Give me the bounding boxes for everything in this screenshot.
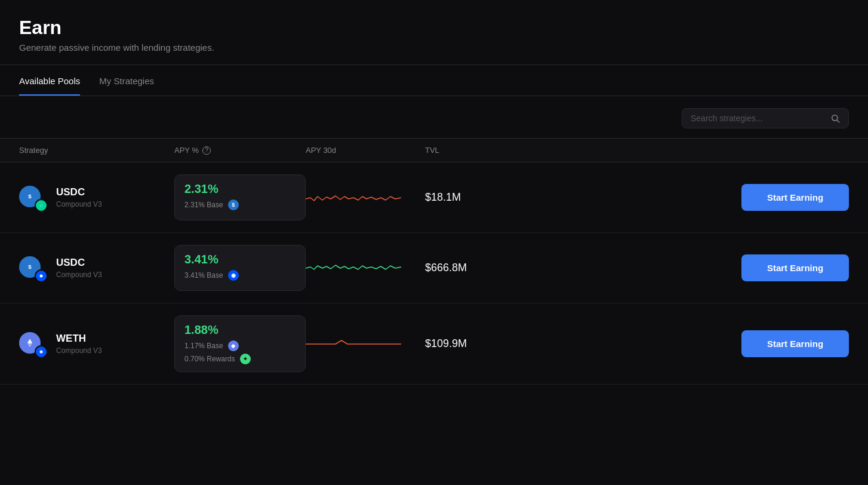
sparkline-cell-3 (306, 332, 425, 356)
strategy-info-2: USDC Compound V3 (56, 257, 102, 279)
apy-base-row-2: 3.41% Base ◉ (184, 270, 296, 281)
strategy-cell-3: WETH Compound V3 (19, 330, 174, 358)
token-icon-weth (19, 330, 48, 358)
base-icon-weth (38, 348, 45, 355)
eth-mini-icon: ◆ (228, 340, 239, 351)
col-apy: APY % ? (174, 146, 306, 155)
start-earning-button-2[interactable]: Start Earning (741, 254, 849, 281)
usdc-mini-icon-2: ◉ (228, 270, 239, 281)
token-icon-usdc-base: $ (19, 254, 48, 283)
base-icon (38, 272, 45, 280)
tvl-cell-2: $666.8M (425, 262, 544, 274)
col-strategy: Strategy (19, 146, 174, 155)
page-title: Earn (19, 17, 849, 39)
table-header: Strategy APY % ? APY 30d TVL (0, 138, 868, 162)
col-tvl: TVL (425, 146, 544, 155)
strategy-cell-2: $ USDC Compound V3 (19, 254, 174, 283)
svg-line-1 (837, 120, 839, 122)
svg-text:⬡: ⬡ (40, 204, 42, 207)
strategy-cell: $ ⬡ USDC Compound V3 (19, 183, 174, 212)
weth-logo (23, 336, 36, 349)
search-icon (830, 113, 840, 123)
sparkline-3 (306, 332, 401, 356)
table-row: $ USDC Compound V3 3.41% 3.41% Base ◉ (0, 233, 868, 303)
tab-my-strategies[interactable]: My Strategies (99, 65, 154, 96)
tvl-cell-3: $109.9M (425, 337, 544, 350)
compound-icon: ⬡ (38, 202, 45, 209)
start-earning-button-1[interactable]: Start Earning (741, 184, 849, 211)
strategy-info-3: WETH Compound V3 (56, 333, 102, 355)
apy-base-row: 2.31% Base $ (184, 199, 296, 210)
svg-point-14 (40, 350, 43, 353)
sparkline-2 (306, 256, 401, 280)
apy-cell-2: 3.41% 3.41% Base ◉ (174, 245, 306, 291)
sparkline-1 (306, 186, 401, 210)
action-cell-3: Start Earning (544, 330, 849, 357)
usdc-mini-icon: $ (228, 199, 239, 210)
usdc-logo-2: $ (23, 260, 36, 274)
search-input[interactable] (691, 113, 826, 123)
search-bar-row (0, 96, 868, 138)
compound-badge: ⬡ (35, 199, 48, 212)
apy-rewards-row: 0.70% Rewards ✦ (184, 354, 296, 364)
sparkline-cell-2 (306, 256, 425, 280)
apy-cell-1: 2.31% 2.31% Base $ (174, 174, 306, 220)
svg-text:$: $ (28, 193, 32, 199)
action-cell-1: Start Earning (544, 184, 849, 211)
svg-text:$: $ (28, 263, 32, 270)
weth-base-badge (35, 345, 48, 358)
reward-badge: ✦ (240, 354, 251, 364)
tvl-cell-1: $18.1M (425, 191, 544, 204)
page-header: Earn Generate passive income with lendin… (0, 0, 868, 65)
apy-cell-3: 1.88% 1.17% Base ◆ 0.70% Rewards ✦ (174, 315, 306, 372)
col-action (544, 146, 849, 155)
start-earning-button-3[interactable]: Start Earning (741, 330, 849, 357)
strategy-info: USDC Compound V3 (56, 186, 102, 208)
sparkline-cell-1 (306, 186, 425, 210)
table-row: WETH Compound V3 1.88% 1.17% Base ◆ 0.70… (0, 303, 868, 385)
token-icon-usdc-compound: $ ⬡ (19, 183, 48, 212)
page-subtitle: Generate passive income with lending str… (19, 42, 849, 53)
search-box (682, 108, 849, 128)
apy-base-row-3: 1.17% Base ◆ (184, 340, 296, 351)
action-cell-2: Start Earning (544, 254, 849, 281)
tab-available-pools[interactable]: Available Pools (19, 65, 80, 96)
svg-point-9 (40, 274, 43, 277)
usdc-logo: $ (23, 190, 36, 203)
tabs-bar: Available Pools My Strategies (0, 65, 868, 96)
base-badge (35, 269, 48, 283)
table-row: $ ⬡ USDC Compound V3 2.31% 2.31% Base $ (0, 162, 868, 233)
col-apy30d: APY 30d (306, 146, 425, 155)
apy-info-icon: ? (202, 146, 211, 155)
